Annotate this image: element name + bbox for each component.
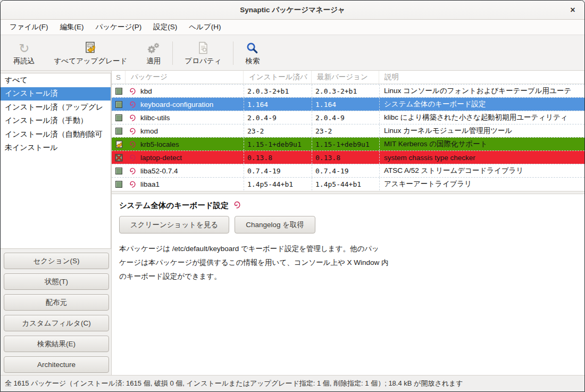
package-name: libaa1	[138, 178, 244, 190]
col-header-description[interactable]: 説明	[379, 71, 584, 84]
package-name: klibc-utils	[138, 111, 244, 124]
properties-button[interactable]: プロパティ	[175, 37, 231, 69]
package-description-cell: Linux カーネルモジュール管理用ツール	[379, 124, 584, 137]
package-row[interactable]: libaa1 1.4p5-44+b1 1.4p5-44+b1 アスキーアートライ…	[112, 177, 584, 190]
latest-version: 0.13.8	[312, 151, 379, 164]
debian-swirl-icon	[126, 151, 138, 164]
installed-version: 1.15-1+deb9u1	[244, 138, 312, 151]
package-title: システム全体のキーボード設定	[119, 201, 229, 211]
search-icon	[246, 40, 259, 55]
apply-gears-icon	[147, 40, 161, 55]
col-header-installed-version[interactable]: インストール済バ	[244, 71, 312, 84]
package-description-cell: Linux コンソールのフォントおよびキーテーブル用ユーテ	[379, 85, 584, 97]
latest-version: 1.4p5-44+b1	[312, 178, 379, 190]
installed-status-icon	[115, 168, 122, 174]
package-table: S パッケージ インストール済バ 最新バージョン 説明 kbd 2.0.3-2+…	[112, 71, 584, 191]
package-row[interactable]: kbd 2.0.3-2+b1 2.0.3-2+b1 Linux コンソールのフォ…	[112, 84, 584, 97]
package-description-cell: ATSC A/52 ストリームデコードライブラリ	[379, 164, 584, 177]
description-line: のキーボード設定ができます。	[119, 270, 577, 283]
search-button[interactable]: 検索	[236, 37, 269, 69]
latest-version: 2.0.3-2+b1	[312, 85, 379, 97]
debian-swirl-icon	[126, 124, 138, 137]
installed-status-icon	[115, 114, 122, 121]
architecture-button[interactable]: Architecture	[4, 356, 109, 373]
content-area: S パッケージ インストール済バ 最新バージョン 説明 kbd 2.0.3-2+…	[112, 71, 584, 375]
package-row-marked-removal[interactable]: laptop-detect 0.13.8 0.13.8 system chass…	[112, 151, 584, 164]
package-name: laptop-detect	[138, 151, 244, 164]
debian-swirl-icon	[233, 201, 240, 211]
package-description-cell: システム全体のキーボード設定	[379, 98, 584, 111]
main-area: すべて インストール済 インストール済（アップグレ インストール済（手動） イン…	[1, 71, 584, 375]
menu-help[interactable]: ヘルプ(H)	[183, 20, 227, 35]
filter-list: すべて インストール済 インストール済（アップグレ インストール済（手動） イン…	[1, 73, 111, 249]
filter-item-installed-manual[interactable]: インストール済（手動）	[1, 114, 111, 128]
package-row[interactable]: klibc-utils 2.0.4-9 2.0.4-9 klibc により構築さ…	[112, 111, 584, 124]
col-header-status[interactable]: S	[112, 71, 126, 84]
description-line: ケージは本パッケージが提供するこの情報を用いて、コンソール上や X Window…	[119, 256, 577, 270]
package-name: krb5-locales	[138, 138, 244, 151]
installed-version: 1.164	[244, 98, 312, 111]
col-header-latest-version[interactable]: 最新バージョン	[312, 71, 379, 84]
debian-swirl-icon	[126, 111, 138, 124]
sidebar: すべて インストール済 インストール済（アップグレ インストール済（手動） イン…	[1, 71, 112, 375]
status-button[interactable]: 状態(T)	[4, 273, 109, 290]
debian-swirl-icon	[126, 164, 138, 177]
table-header: S パッケージ インストール済バ 最新バージョン 説明	[112, 71, 584, 84]
installed-status-icon	[115, 128, 122, 135]
installed-version: 2.0.3-2+b1	[244, 85, 312, 97]
view-screenshot-button[interactable]: スクリーンショットを見る	[119, 216, 229, 233]
filter-item-installed-autoremovable[interactable]: インストール済（自動削除可	[1, 128, 111, 141]
debian-swirl-icon	[126, 138, 138, 151]
titlebar: Synaptic パッケージマネージャ ×	[1, 1, 584, 20]
filter-item-installed-upgradable[interactable]: インストール済（アップグレ	[1, 101, 111, 114]
upgrade-status-icon	[112, 138, 126, 151]
toolbar: ↻ 再読込 すべてアップグレード	[1, 35, 584, 71]
latest-version: 23-2	[312, 124, 379, 137]
search-results-button[interactable]: 検索結果(E)	[4, 336, 109, 352]
debian-swirl-icon	[126, 85, 138, 97]
window-title: Synaptic パッケージマネージャ	[240, 5, 345, 15]
get-changelog-button[interactable]: Changelog を取得	[235, 216, 315, 233]
filter-item-all[interactable]: すべて	[1, 73, 111, 87]
col-header-package[interactable]: パッケージ	[126, 71, 244, 84]
close-button[interactable]: ×	[566, 4, 579, 16]
category-buttons: セクション(S) 状態(T) 配布元 カスタムフィルタ(C) 検索結果(E) A…	[1, 249, 111, 373]
installed-version: 0.13.8	[244, 151, 312, 164]
origin-button[interactable]: 配布元	[4, 294, 109, 311]
installed-version: 0.7.4-19	[244, 164, 312, 177]
menu-edit[interactable]: 編集(E)	[54, 20, 90, 35]
latest-version: 1.15-1+deb9u1	[312, 138, 379, 151]
filter-item-not-installed[interactable]: 未インストール	[1, 141, 111, 155]
apply-button[interactable]: 適用	[137, 37, 170, 69]
package-name: keyboard-configuration	[138, 98, 244, 111]
installed-version: 2.0.4-9	[244, 111, 312, 124]
upgrade-all-button[interactable]: すべてアップグレード	[45, 37, 137, 69]
latest-version: 1.164	[312, 98, 379, 111]
sections-button[interactable]: セクション(S)	[4, 253, 109, 269]
properties-icon	[196, 40, 210, 55]
package-long-description: 本パッケージは /etc/default/keyboard でキーボード設定を管…	[119, 242, 577, 283]
package-row-marked-upgrade[interactable]: krb5-locales 1.15-1+deb9u1 1.15-1+deb9u1…	[112, 137, 584, 151]
toolbar-separator	[233, 41, 233, 65]
package-description-cell: klibc により構築された小さな起動初期用ユーティリティ	[379, 111, 584, 124]
close-icon: ×	[570, 5, 575, 15]
menu-package[interactable]: パッケージ(P)	[90, 20, 148, 35]
menu-file[interactable]: ファイル(F)	[4, 20, 54, 35]
remove-status-icon	[112, 151, 126, 164]
debian-swirl-icon	[126, 178, 138, 190]
reload-button[interactable]: ↻ 再読込	[4, 37, 45, 69]
reload-icon: ↻	[19, 40, 29, 55]
package-row-selected[interactable]: keyboard-configuration 1.164 1.164 システム全…	[112, 97, 584, 111]
upgrade-all-icon	[83, 40, 97, 55]
installed-version: 23-2	[244, 124, 312, 137]
package-row[interactable]: liba52-0.7.4 0.7.4-19 0.7.4-19 ATSC A/52…	[112, 164, 584, 177]
custom-filters-button[interactable]: カスタムフィルタ(C)	[4, 315, 109, 331]
description-line: 本パッケージは /etc/default/keyboard でキーボード設定を管…	[119, 242, 577, 256]
package-description-cell: アスキーアートライブラリ	[379, 178, 584, 190]
installed-status-icon	[115, 88, 122, 95]
package-row[interactable]: kmod 23-2 23-2 Linux カーネルモジュール管理用ツール	[112, 124, 584, 137]
installed-version: 1.4p5-44+b1	[244, 178, 312, 190]
filter-item-installed[interactable]: インストール済	[1, 87, 111, 101]
toolbar-separator	[172, 41, 173, 65]
menu-settings[interactable]: 設定(S)	[147, 20, 183, 35]
